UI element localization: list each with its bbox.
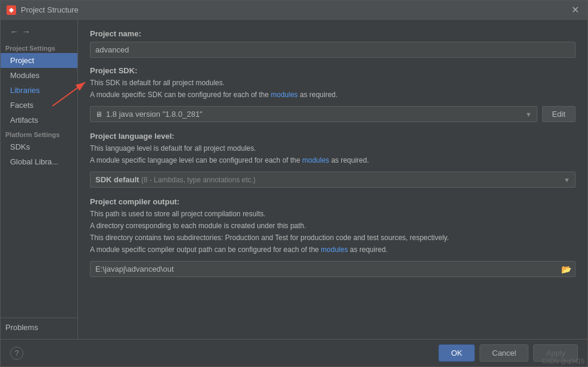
sidebar-item-libraries[interactable]: Libraries (1, 83, 77, 98)
project-name-input[interactable] (90, 42, 575, 58)
sdk-icon: 🖥 (95, 110, 102, 119)
compiler-desc-line3: This directory contains two subdirectori… (90, 232, 575, 243)
bottom-bar: ? OK Cancel Apply (1, 339, 587, 366)
dialog-title: Project Structure (21, 5, 569, 14)
sdk-row: 🖥 1.8 java version "1.8.0_281" ▼ Edit (90, 106, 575, 122)
project-language-level-label: Project language level: (90, 132, 575, 141)
sidebar-item-modules[interactable]: Modules (1, 68, 77, 83)
browse-button[interactable]: 📂 (558, 262, 575, 276)
sdk-dropdown-arrow-icon: ▼ (525, 111, 532, 118)
sidebar-item-sdks[interactable]: SDKs (1, 139, 77, 154)
title-bar: ◆ Project Structure ✕ (1, 1, 587, 20)
compiler-output-label: Project compiler output: (90, 197, 575, 206)
forward-arrow[interactable]: → (22, 27, 30, 36)
compiler-desc-line2: A directory corresponding to each module… (90, 220, 575, 231)
project-name-label: Project name: (90, 29, 575, 38)
language-level-value: SDK default (8 - Lambdas, type annotatio… (95, 175, 564, 184)
project-settings-section: Project Settings (1, 41, 77, 53)
app-icon: ◆ (7, 5, 16, 15)
main-content: ← → Project Settings Project Modules Lib… (1, 20, 587, 339)
lang-desc-line2: A module specific language level can be … (90, 155, 575, 166)
platform-settings-section: Platform Settings (1, 127, 77, 139)
ok-button[interactable]: OK (438, 344, 475, 362)
sidebar: ← → Project Settings Project Modules Lib… (1, 20, 78, 339)
watermark: CSDN @ql3415 (542, 358, 584, 365)
compiler-output-field: 📂 (90, 261, 575, 277)
help-button[interactable]: ? (10, 347, 23, 360)
lang-dropdown-arrow-icon: ▼ (564, 176, 570, 184)
compiler-output-input[interactable] (91, 262, 558, 276)
lang-desc-line1: This language level is default for all p… (90, 143, 575, 154)
close-button[interactable]: ✕ (569, 4, 581, 15)
main-panel: Project name: Project SDK: This SDK is d… (78, 20, 587, 339)
sdk-dropdown[interactable]: 🖥 1.8 java version "1.8.0_281" ▼ (90, 106, 537, 122)
sidebar-item-facets[interactable]: Facets (1, 98, 77, 113)
sdk-edit-button[interactable]: Edit (542, 106, 575, 122)
sidebar-item-project[interactable]: Project (1, 53, 77, 68)
sdk-desc-line1: This SDK is default for all project modu… (90, 77, 575, 88)
compiler-desc-line1: This path is used to store all project c… (90, 209, 575, 219)
project-sdk-label: Project SDK: (90, 66, 575, 75)
compiler-desc-line4: A module specific compiler output path c… (90, 244, 575, 255)
language-level-dropdown[interactable]: SDK default (8 - Lambdas, type annotatio… (90, 172, 575, 188)
sidebar-item-problems[interactable]: Problems (1, 318, 77, 339)
sdk-dropdown-value: 1.8 java version "1.8.0_281" (106, 110, 203, 119)
sdk-desc-line2: A module specific SDK can be configured … (90, 89, 575, 100)
sidebar-header: ← → (1, 20, 77, 41)
sidebar-item-artifacts[interactable]: Artifacts (1, 113, 77, 127)
sidebar-item-global-libraries[interactable]: Global Libra... (1, 154, 77, 169)
cancel-button[interactable]: Cancel (480, 344, 528, 362)
nav-back-row: ← → (5, 24, 73, 39)
back-arrow[interactable]: ← (10, 27, 18, 36)
